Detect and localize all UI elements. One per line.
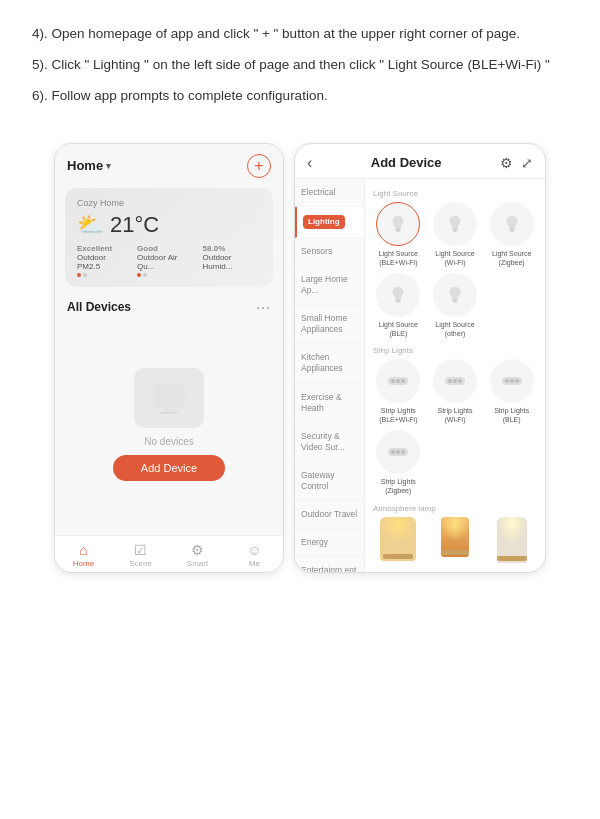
svg-point-24 [515, 379, 519, 383]
bulb-icon-zigbee [490, 202, 534, 246]
step4-text: 4). Open homepage of app and click " + "… [32, 24, 568, 45]
svg-point-14 [391, 379, 395, 383]
light-source-grid: Light Source(BLE+Wi-Fi) Light Source(Wi-… [373, 202, 537, 338]
device-strip-ble[interactable]: Strip Lights(BLE) [486, 359, 537, 424]
lamp-icon-2 [441, 517, 469, 557]
nav-smart-label: Smart [187, 559, 208, 568]
menu-item-energy[interactable]: Energy [295, 529, 364, 557]
lamp-item-1[interactable] [373, 517, 424, 563]
menu-item-exercise[interactable]: Exercise & Heath [295, 384, 364, 423]
strip-lights-header: Strip Lights [373, 346, 537, 355]
svg-point-22 [505, 379, 509, 383]
stat-humidity: 58.0% Outdoor Humid... [203, 244, 261, 277]
back-arrow-icon[interactable]: ‹ [307, 154, 312, 172]
bulb-icon-ble-wifi [376, 202, 420, 246]
nav-me-label: Me [249, 559, 260, 568]
menu-item-security[interactable]: Security & Video Sur... [295, 423, 364, 462]
menu-item-entertainment[interactable]: Entertainm ent [295, 557, 364, 572]
device-light-other[interactable]: Light Source(other) [430, 273, 481, 338]
device-label-zigbee: Light Source(Zigbee) [492, 249, 531, 267]
device-placeholder-icon [134, 368, 204, 428]
svg-rect-1 [163, 408, 175, 412]
left-phone: Home ▾ + Cozy Home ⛅ 21°C Excellent Outd… [54, 143, 284, 573]
stat-dots-2 [137, 273, 195, 277]
right-phone: ‹ Add Device ⚙ ⤢ Electrical Lighting Sen… [294, 143, 546, 573]
device-light-ble[interactable]: Light Source(BLE) [373, 273, 424, 338]
lamp-item-3[interactable] [486, 517, 537, 563]
svg-point-16 [401, 379, 405, 383]
svg-rect-7 [509, 228, 515, 230]
menu-item-gateway[interactable]: Gateway Control [295, 462, 364, 501]
svg-rect-9 [396, 300, 402, 302]
device-strip-wifi[interactable]: Strip Lights(Wi-Fi) [430, 359, 481, 424]
nav-smart[interactable]: ⚙ Smart [169, 536, 226, 572]
all-devices-row: All Devices ··· [55, 291, 283, 319]
nav-scene-label: Scene [129, 559, 152, 568]
bulb-icon-other [433, 273, 477, 317]
add-button[interactable]: + [247, 154, 271, 178]
bottom-nav: ⌂ Home ☑ Scene ⚙ Smart ☺ Me [55, 535, 283, 572]
phone-left-header: Home ▾ + [55, 144, 283, 184]
step6-text: 6). Follow app prompts to complete confi… [32, 86, 568, 107]
device-light-wifi[interactable]: Light Source(Wi-Fi) [430, 202, 481, 267]
menu-item-electrical[interactable]: Electrical [295, 179, 364, 207]
device-strip-ble-wifi[interactable]: Strip Lights(BLE+Wi-Fi) [373, 359, 424, 424]
lighting-badge: Lighting [303, 215, 345, 229]
add-device-button[interactable]: Add Device [113, 455, 225, 481]
svg-rect-6 [453, 230, 457, 231]
header-icons: ⚙ ⤢ [500, 155, 533, 171]
strip-label-ble: Strip Lights(BLE) [494, 406, 529, 424]
menu-item-lighting[interactable]: Lighting [295, 207, 364, 238]
location-label: Cozy Home [77, 198, 261, 208]
atmosphere-lamp-header: Atmosphere lamp [373, 504, 537, 513]
svg-point-23 [510, 379, 514, 383]
svg-rect-12 [453, 301, 457, 302]
lamp-icon-3 [497, 517, 527, 563]
step5-text: 5). Click " Lighting " on the left side … [32, 55, 568, 76]
nav-home[interactable]: ⌂ Home [55, 536, 112, 572]
bulb-icon-ble [376, 273, 420, 317]
menu-item-kitchen[interactable]: Kitchen Appliances [295, 344, 364, 383]
svg-rect-10 [396, 301, 400, 302]
instructions-block: 4). Open homepage of app and click " + "… [0, 0, 600, 133]
svg-rect-5 [452, 228, 458, 230]
weather-card: Cozy Home ⛅ 21°C Excellent Outdoor PM2.5… [65, 188, 273, 287]
nav-home-label: Home [73, 559, 94, 568]
screenshots-container: Home ▾ + Cozy Home ⛅ 21°C Excellent Outd… [0, 133, 600, 593]
svg-point-19 [453, 379, 457, 383]
svg-rect-3 [396, 228, 402, 230]
svg-point-15 [396, 379, 400, 383]
svg-point-20 [458, 379, 462, 383]
dots-menu[interactable]: ··· [256, 299, 271, 315]
strip-label-zigbee: Strip Lights(Zigbee) [381, 477, 416, 495]
device-light-ble-wifi[interactable]: Light Source(BLE+Wi-Fi) [373, 202, 424, 267]
device-light-zigbee[interactable]: Light Source(Zigbee) [486, 202, 537, 267]
smart-nav-icon: ⚙ [191, 542, 204, 558]
strip-label-ble-wifi: Strip Lights(BLE+Wi-Fi) [379, 406, 417, 424]
no-devices-area: No devices Add Device [55, 319, 283, 535]
nav-me[interactable]: ☺ Me [226, 536, 283, 572]
stat-dots-1 [77, 273, 129, 277]
lamp-icon-1 [380, 517, 416, 561]
menu-item-sensors[interactable]: Sensors [295, 238, 364, 266]
menu-item-small-home[interactable]: Small Home Appliances [295, 305, 364, 344]
menu-item-outdoor[interactable]: Outdoor Travel [295, 501, 364, 529]
nav-scene[interactable]: ☑ Scene [112, 536, 169, 572]
scene-nav-icon: ☑ [134, 542, 147, 558]
expand-icon[interactable]: ⤢ [521, 155, 533, 171]
svg-rect-0 [153, 384, 185, 408]
strip-lights-grid: Strip Lights(BLE+Wi-Fi) Strip Lights(Wi-… [373, 359, 537, 495]
device-label-other: Light Source(other) [435, 320, 474, 338]
lamp-item-2[interactable] [430, 517, 481, 563]
stat-good: Good Outdoor Air Qu... [137, 244, 195, 277]
home-nav-icon: ⌂ [79, 542, 87, 558]
device-strip-zigbee[interactable]: Strip Lights(Zigbee) [373, 430, 424, 495]
weather-stats: Excellent Outdoor PM2.5 Good Outdoor Air… [77, 244, 261, 277]
svg-point-27 [396, 450, 400, 454]
add-device-title: Add Device [371, 155, 442, 170]
settings-icon[interactable]: ⚙ [500, 155, 513, 171]
device-label-ble: Light Source(BLE) [379, 320, 418, 338]
home-title: Home ▾ [67, 158, 111, 173]
svg-rect-4 [396, 230, 400, 231]
menu-item-large-home[interactable]: Large Home Ap... [295, 266, 364, 305]
